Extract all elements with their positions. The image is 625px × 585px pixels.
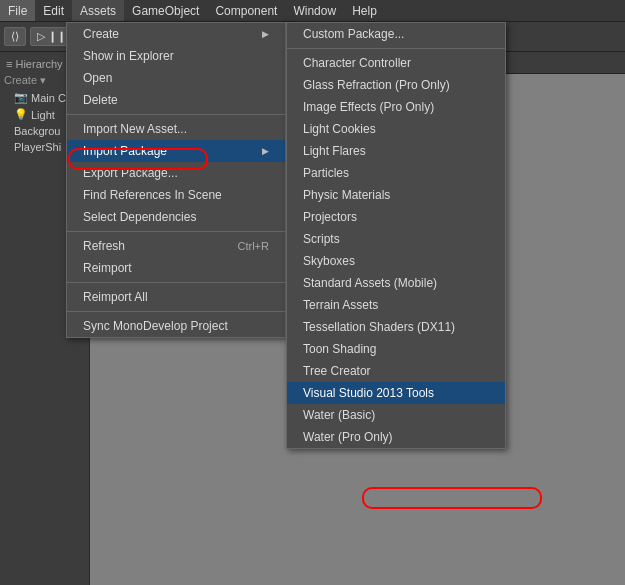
submenu-toon-shading[interactable]: Toon Shading bbox=[287, 338, 505, 360]
menu-help[interactable]: Help bbox=[344, 0, 385, 21]
submenu-standard-assets-mobile[interactable]: Standard Assets (Mobile) bbox=[287, 272, 505, 294]
submenu-projectors[interactable]: Projectors bbox=[287, 206, 505, 228]
menu-file[interactable]: File bbox=[0, 0, 35, 21]
submenu-custom-package[interactable]: Custom Package... bbox=[287, 23, 505, 45]
submenu-light-flares[interactable]: Light Flares bbox=[287, 140, 505, 162]
menu-bar: File Edit Assets GameObject Component Wi… bbox=[0, 0, 625, 22]
submenu-water-basic[interactable]: Water (Basic) bbox=[287, 404, 505, 426]
submenu-tree-creator[interactable]: Tree Creator bbox=[287, 360, 505, 382]
menu-item-open[interactable]: Open bbox=[67, 67, 285, 89]
submenu-tessellation-shaders[interactable]: Tessellation Shaders (DX11) bbox=[287, 316, 505, 338]
submenu-particles[interactable]: Particles bbox=[287, 162, 505, 184]
submenu-glass-refraction[interactable]: Glass Refraction (Pro Only) bbox=[287, 74, 505, 96]
menu-item-export-package[interactable]: Export Package... bbox=[67, 162, 285, 184]
menu-assets[interactable]: Assets bbox=[72, 0, 124, 21]
menu-item-import-package[interactable]: Import Package bbox=[67, 140, 285, 162]
menu-item-sync-monodevelop[interactable]: Sync MonoDevelop Project bbox=[67, 315, 285, 337]
sub-separator-1 bbox=[287, 48, 505, 49]
light-icon: 💡 bbox=[14, 108, 28, 121]
submenu-image-effects[interactable]: Image Effects (Pro Only) bbox=[287, 96, 505, 118]
menu-item-find-refs[interactable]: Find References In Scene bbox=[67, 184, 285, 206]
menu-item-show-explorer[interactable]: Show in Explorer bbox=[67, 45, 285, 67]
menu-item-delete[interactable]: Delete bbox=[67, 89, 285, 111]
menu-item-create[interactable]: Create bbox=[67, 23, 285, 45]
separator-1 bbox=[67, 114, 285, 115]
menu-item-refresh[interactable]: Refresh Ctrl+R bbox=[67, 235, 285, 257]
submenu-character-controller[interactable]: Character Controller bbox=[287, 52, 505, 74]
submenu-scripts[interactable]: Scripts bbox=[287, 228, 505, 250]
submenu-terrain-assets[interactable]: Terrain Assets bbox=[287, 294, 505, 316]
submenu-light-cookies[interactable]: Light Cookies bbox=[287, 118, 505, 140]
separator-3 bbox=[67, 282, 285, 283]
menu-edit[interactable]: Edit bbox=[35, 0, 72, 21]
menu-item-reimport-all[interactable]: Reimport All bbox=[67, 286, 285, 308]
submenu-skyboxes[interactable]: Skyboxes bbox=[287, 250, 505, 272]
menu-gameobject[interactable]: GameObject bbox=[124, 0, 207, 21]
toolbar-transform-btn[interactable]: ⟨⟩ bbox=[4, 27, 26, 46]
submenu-physic-materials[interactable]: Physic Materials bbox=[287, 184, 505, 206]
import-package-submenu: Custom Package... Character Controller G… bbox=[286, 22, 506, 449]
separator-4 bbox=[67, 311, 285, 312]
separator-2 bbox=[67, 231, 285, 232]
submenu-water-pro[interactable]: Water (Pro Only) bbox=[287, 426, 505, 448]
menu-item-reimport[interactable]: Reimport bbox=[67, 257, 285, 279]
menu-item-import-new[interactable]: Import New Asset... bbox=[67, 118, 285, 140]
menu-window[interactable]: Window bbox=[285, 0, 344, 21]
submenu-vstudio-tools[interactable]: Visual Studio 2013 Tools bbox=[287, 382, 505, 404]
menu-item-select-deps[interactable]: Select Dependencies bbox=[67, 206, 285, 228]
menu-component[interactable]: Component bbox=[207, 0, 285, 21]
camera-icon: 📷 bbox=[14, 91, 28, 104]
assets-dropdown: Create Show in Explorer Open Delete Impo… bbox=[66, 22, 286, 338]
